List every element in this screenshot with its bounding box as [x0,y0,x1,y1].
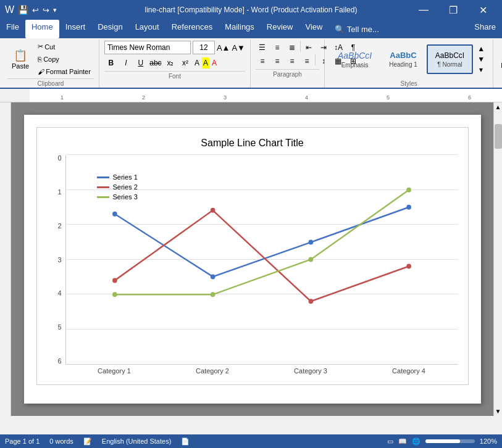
paste-label: Paste [12,62,29,70]
font-name-selector[interactable]: Times New Roman [104,41,191,54]
ruler-corner [19,89,30,102]
menu-home[interactable]: Home [25,20,59,38]
normal-preview: AaBbCcI [435,51,464,60]
s1p4 [406,205,411,210]
editing-group: ✏ Editing [493,39,502,88]
minimize-button[interactable]: — [409,0,438,20]
styles-more-button[interactable]: ▾ [474,65,488,75]
styles-up-button[interactable]: ▲ [474,43,488,54]
font-group: Times New Roman 12 A▲ A▼ B I U abc x₂ x²… [99,39,251,88]
paste-icon: 📋 [14,49,27,62]
subscript-button[interactable]: x₂ [164,56,177,70]
decrease-font-icon[interactable]: A▼ [232,43,245,52]
scroll-up-button[interactable]: ▲ [494,102,502,112]
save-icon[interactable]: 💾 [18,5,28,15]
italic-button[interactable]: I [119,56,133,70]
styles-down-button[interactable]: ▼ [474,54,488,64]
font-label: Font [104,71,245,80]
menu-layout[interactable]: Layout [129,20,165,38]
copy-icon: ⎘ [38,56,42,63]
superscript-button[interactable]: x² [178,56,192,70]
legend-label1: Series 1 [113,173,138,181]
s3p2 [210,292,215,297]
title-text: line-chart [Compatibility Mode] - Word (… [145,6,358,14]
menu-review[interactable]: Review [261,20,299,38]
s3p1 [112,292,117,297]
menu-file[interactable]: File [0,20,25,38]
legend-label3: Series 3 [113,193,138,201]
menu-tell-me[interactable]: 🔍 Tell me... [328,20,385,38]
status-right: ▭ 📖 🌐 120% [387,438,497,446]
page-info: Page 1 of 1 [5,438,40,445]
menu-references[interactable]: References [165,20,219,38]
legend-line2 [97,186,109,188]
emphasis-label: Emphasis [341,62,369,68]
document-scroll[interactable]: Sample Line Chart Title 6 5 4 3 2 1 0 [11,102,493,416]
decrease-indent-button[interactable]: ⇤ [302,41,316,54]
view-web-icon[interactable]: 🌐 [412,438,420,446]
redo-icon[interactable]: ↪ [43,6,49,15]
ruler-marks: 1 2 3 4 5 6 [61,94,471,101]
chart-area: 6 5 4 3 2 1 0 [47,155,458,365]
title-bar: W 💾 ↩ ↪ ▾ line-chart [Compatibility Mode… [0,0,502,20]
paste-button[interactable]: 📋 Paste [7,46,33,73]
styles-scroll: ▲ ▼ ▾ [474,41,488,78]
align-right-button[interactable]: ≡ [285,54,299,68]
font-size-selector[interactable]: 12 [193,41,215,54]
numbering-button[interactable]: ≡ [270,41,284,54]
undo-icon[interactable]: ↩ [32,6,39,15]
underline-button[interactable]: U [134,56,148,70]
view-reading-icon[interactable]: 📖 [398,438,407,446]
increase-font-icon[interactable]: A▲ [217,43,230,52]
menu-view[interactable]: View [299,20,328,38]
left-ruler [0,102,11,416]
style-emphasis[interactable]: AaBbCcI Emphasis [330,44,380,74]
cut-button[interactable]: ✂ Cut [35,41,94,52]
legend-series3: Series 3 [97,193,138,201]
menu-design[interactable]: Design [91,20,128,38]
status-bar: Page 1 of 1 0 words 📝 English (United St… [0,434,502,448]
series2-line [114,210,408,302]
copy-button[interactable]: ⎘ Copy [35,54,94,65]
ribbon: File Home Insert Design Layout Reference… [0,20,502,89]
strikethrough-button[interactable]: abc [149,56,162,70]
heading-label: Heading 1 [389,61,417,68]
style-heading1[interactable]: AaBbC Heading 1 [381,44,425,74]
customize-icon[interactable]: ▾ [53,6,57,14]
track-changes-icon: 📄 [181,438,190,446]
clipboard-row: 📋 Paste ✂ Cut ⎘ Copy 🖌 Format Painter [7,41,94,77]
scrollbar-thumb[interactable] [495,124,502,149]
highlight-button[interactable]: A [202,57,209,68]
font-color-button[interactable]: A [211,57,218,68]
restore-button[interactable]: ❐ [439,0,467,20]
scroll-down-button[interactable]: ▼ [494,407,502,416]
normal-label: ¶ Normal [437,61,462,68]
multilevel-button[interactable]: ≣ [285,41,299,54]
bold-button[interactable]: B [104,56,118,70]
s2p3 [308,299,313,304]
vertical-scrollbar[interactable]: ▲ ▼ [493,102,502,416]
legend-series1: Series 1 [97,173,138,181]
xlabel-1: Category 1 [98,367,131,375]
zoom-bar[interactable] [425,439,475,443]
menu-share[interactable]: Share [468,20,502,38]
bullets-button[interactable]: ☰ [256,41,269,54]
menu-mailings[interactable]: Mailings [219,20,261,38]
zoom-level: 120% [480,438,497,445]
style-normal[interactable]: AaBbCcI ¶ Normal [427,44,473,74]
close-button[interactable]: ✕ [469,0,497,20]
emphasis-preview: AaBbCcI [338,51,372,60]
align-center-button[interactable]: ≡ [270,54,284,68]
justify-button[interactable]: ≡ [300,54,314,68]
view-normal-icon[interactable]: ▭ [387,438,393,446]
series1-line [114,207,408,277]
align-left-button[interactable]: ≡ [256,54,269,68]
format-painter-icon: 🖌 [38,68,44,75]
menu-insert[interactable]: Insert [59,20,92,38]
s2p2 [210,208,215,213]
format-painter-button[interactable]: 🖌 Format Painter [35,66,94,77]
ribbon-content: 📋 Paste ✂ Cut ⎘ Copy 🖌 Format Painter Cl… [0,38,502,89]
chart-plot: Series 1 Series 2 Series 3 [65,155,458,365]
text-effects-button[interactable]: A [193,57,201,68]
language-text: English (United States) [102,438,172,445]
